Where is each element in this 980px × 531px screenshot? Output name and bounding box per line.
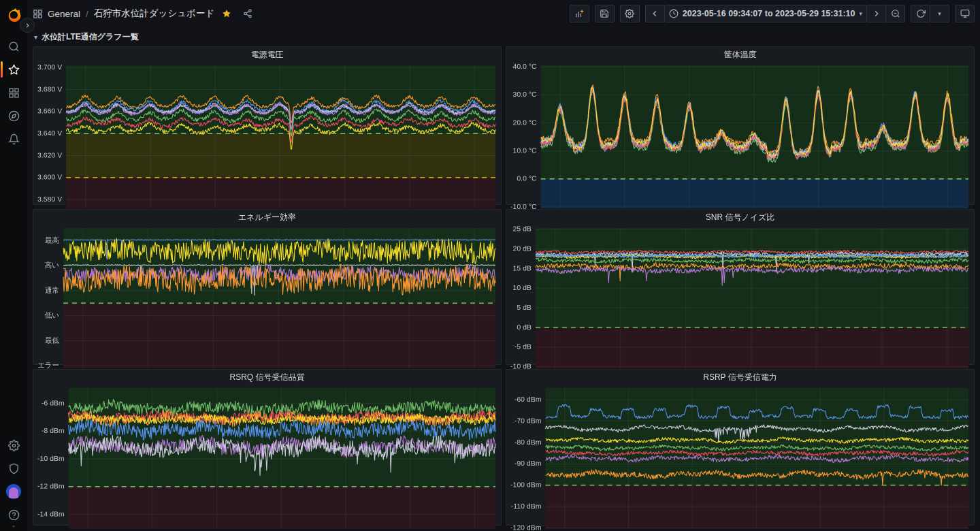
panel-title[interactable]: 電源電圧 bbox=[33, 47, 501, 63]
gear-icon bbox=[625, 9, 634, 18]
sidebar-item-alerting[interactable] bbox=[0, 127, 27, 150]
bell-icon bbox=[8, 133, 20, 145]
apps-icon bbox=[33, 9, 43, 19]
grafana-app: ⌄ General / 石狩市水位計ダッシュボード bbox=[0, 0, 980, 531]
panel-snr: SNR 信号ノイズ比 bbox=[506, 209, 975, 365]
time-shift-forward-button[interactable] bbox=[866, 5, 886, 22]
panel-title[interactable]: 筐体温度 bbox=[506, 47, 974, 63]
help-circle-icon bbox=[8, 509, 20, 521]
chart-power-voltage[interactable] bbox=[33, 63, 501, 220]
save-icon bbox=[600, 9, 609, 18]
user-avatar bbox=[6, 484, 21, 499]
chevron-right-icon bbox=[872, 9, 881, 18]
chevron-down-icon: ▾ bbox=[34, 33, 37, 41]
refresh-icon bbox=[916, 9, 926, 18]
panel-rsrq: RSRQ 信号受信品質 bbox=[33, 369, 502, 526]
gear-icon bbox=[8, 440, 20, 451]
monitor-icon bbox=[960, 9, 970, 18]
row-title: 水位計LTE通信グラフ一覧 bbox=[42, 31, 139, 43]
star-icon bbox=[8, 64, 20, 76]
breadcrumb-dashboard-title[interactable]: 石狩市水位計ダッシュボード bbox=[94, 7, 214, 20]
shield-icon bbox=[8, 463, 20, 474]
chevron-left-icon bbox=[650, 9, 659, 18]
panel-power-voltage: 電源電圧 bbox=[33, 46, 502, 205]
chart-rsrp[interactable] bbox=[506, 385, 974, 531]
dashboards-grid-icon bbox=[8, 87, 20, 99]
panel-title[interactable]: RSRP 信号受信電力 bbox=[506, 370, 974, 385]
breadcrumb-folder[interactable]: General bbox=[48, 9, 80, 19]
sidebar-item-server-admin[interactable] bbox=[0, 457, 27, 480]
search-icon bbox=[8, 41, 20, 52]
chevron-down-icon: ▾ bbox=[859, 10, 862, 17]
cycle-view-mode-button[interactable] bbox=[955, 5, 975, 22]
chart-rsrq[interactable] bbox=[33, 385, 501, 531]
panel-energy-efficiency: エネルギー効率 bbox=[33, 209, 502, 365]
time-range-label: 2023-05-16 09:34:07 to 2023-05-29 15:31:… bbox=[683, 9, 855, 18]
sidebar-item-explore[interactable] bbox=[0, 104, 27, 127]
breadcrumb: General / 石狩市水位計ダッシュボード bbox=[33, 7, 252, 20]
sidebar-item-configuration[interactable] bbox=[0, 434, 27, 457]
favorite-star-icon[interactable] bbox=[222, 9, 231, 18]
add-panel-icon bbox=[574, 9, 584, 18]
zoom-out-icon bbox=[891, 9, 900, 18]
sidebar-item-search[interactable] bbox=[0, 35, 27, 58]
panel-enclosure-temperature: 筐体温度 bbox=[506, 46, 975, 205]
row-toggle-lte-graphs[interactable]: ▾ 水位計LTE通信グラフ一覧 bbox=[33, 27, 975, 46]
compass-icon bbox=[8, 110, 20, 122]
refresh-button[interactable] bbox=[911, 5, 930, 22]
zoom-out-time-button[interactable] bbox=[885, 5, 905, 22]
chevron-down-icon: ▾ bbox=[938, 10, 941, 17]
panel-title[interactable]: SNR 信号ノイズ比 bbox=[506, 210, 974, 225]
header-toolbar: 2023-05-16 09:34:07 to 2023-05-29 15:31:… bbox=[570, 5, 975, 22]
sidebar-item-dashboards[interactable] bbox=[0, 81, 27, 104]
panel-title[interactable]: エネルギー効率 bbox=[33, 210, 501, 225]
refresh-interval-button[interactable]: ▾ bbox=[930, 5, 949, 22]
panel-grid: 電源電圧 筐体温度 エネルギー効率 SNR 信号ノイズ比 RSRQ 信号受信品質… bbox=[33, 46, 975, 526]
chart-snr[interactable] bbox=[506, 225, 974, 380]
sidebar: ⌄ bbox=[0, 0, 27, 531]
sidebar-item-starred[interactable] bbox=[0, 58, 27, 81]
add-panel-button[interactable] bbox=[570, 5, 589, 22]
grafana-logo-icon[interactable] bbox=[5, 5, 22, 22]
dashboard-settings-button[interactable] bbox=[620, 5, 640, 22]
chart-energy-efficiency[interactable] bbox=[33, 225, 501, 380]
share-icon[interactable] bbox=[243, 9, 252, 18]
sidebar-item-help[interactable] bbox=[0, 503, 27, 526]
clock-icon bbox=[669, 9, 679, 18]
main-content: General / 石狩市水位計ダッシュボード bbox=[27, 0, 980, 531]
dashboard-header: General / 石狩市水位計ダッシュボード bbox=[33, 0, 975, 27]
time-range-group: 2023-05-16 09:34:07 to 2023-05-29 15:31:… bbox=[645, 5, 905, 22]
sidebar-expand-button[interactable] bbox=[20, 18, 35, 33]
time-shift-back-button[interactable] bbox=[645, 5, 665, 22]
save-dashboard-button[interactable] bbox=[595, 5, 615, 22]
refresh-group: ▾ bbox=[911, 5, 949, 22]
panel-title[interactable]: RSRQ 信号受信品質 bbox=[33, 370, 501, 385]
time-picker-button[interactable]: 2023-05-16 09:34:07 to 2023-05-29 15:31:… bbox=[664, 5, 867, 22]
breadcrumb-separator: / bbox=[85, 9, 89, 19]
chart-enclosure-temperature[interactable] bbox=[506, 63, 974, 220]
sidebar-item-user-profile[interactable] bbox=[0, 480, 27, 503]
panel-rsrp: RSRP 信号受信電力 bbox=[506, 369, 975, 526]
